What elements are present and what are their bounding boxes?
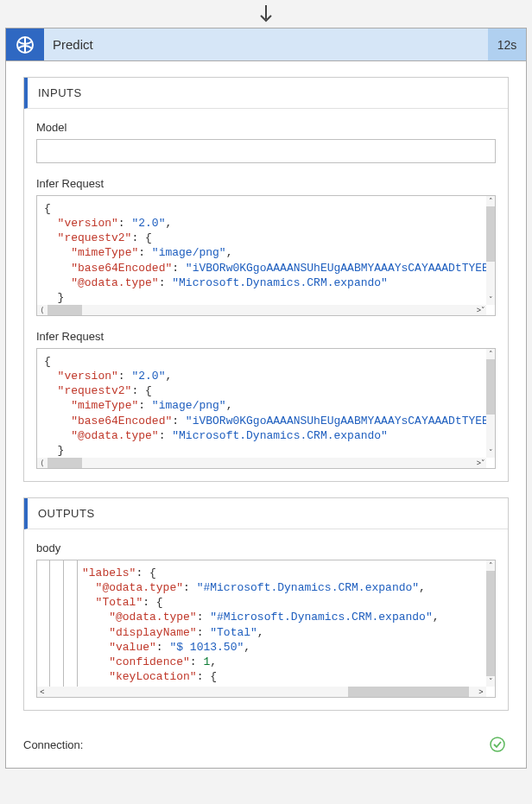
scroll-up-icon[interactable]: ˄: [486, 196, 495, 206]
scroll-left-icon[interactable]: <: [37, 687, 48, 697]
card-header[interactable]: Predict 12s: [6, 28, 526, 61]
infer-request-2-label: Infer Request: [36, 330, 496, 343]
scroll-thumb[interactable]: [48, 305, 82, 315]
scroll-thumb[interactable]: [486, 206, 495, 262]
body-label: body: [36, 541, 496, 554]
scroll-right-icon[interactable]: >: [476, 687, 486, 697]
svg-point-3: [491, 738, 504, 751]
scroll-down-icon[interactable]: ˅: [486, 676, 495, 687]
inputs-panel: INPUTS Model Infer Request { "version": …: [23, 77, 509, 482]
model-label: Model: [36, 121, 496, 134]
infer-request-2-codebox[interactable]: { "version": "2.0", "requestv2": { "mime…: [36, 348, 496, 469]
scrollbar-horizontal[interactable]: < >: [37, 687, 486, 697]
body-codebox[interactable]: "labels": { "@odata.type": "#Microsoft.D…: [36, 560, 496, 698]
flow-arrow-icon: [258, 5, 274, 24]
infer-request-2-content: { "version": "2.0", "requestv2": { "mime…: [37, 349, 495, 458]
scrollbar-horizontal[interactable]: ⟨ >˅: [37, 305, 486, 315]
scroll-up-icon[interactable]: ˄: [486, 349, 495, 359]
scroll-left-icon[interactable]: ⟨: [37, 458, 48, 468]
model-input[interactable]: [36, 139, 496, 163]
infer-request-1-codebox[interactable]: { "version": "2.0", "requestv2": { "mime…: [36, 195, 496, 316]
card-title: Predict: [44, 28, 488, 60]
scrollbar-horizontal[interactable]: ⟨ >˅: [37, 458, 486, 468]
scroll-thumb[interactable]: [48, 458, 82, 468]
scroll-right-icon[interactable]: >˅: [476, 305, 486, 315]
scroll-down-icon[interactable]: ˅: [486, 447, 495, 458]
scroll-thumb[interactable]: [486, 571, 495, 676]
card-footer: Connection:: [23, 726, 509, 759]
scrollbar-vertical[interactable]: ˄ ˅: [486, 560, 495, 687]
infer-request-1-content: { "version": "2.0", "requestv2": { "mime…: [37, 196, 495, 305]
status-ok-icon: [490, 737, 505, 752]
scroll-thumb[interactable]: [486, 359, 495, 415]
scroll-left-icon[interactable]: ⟨: [37, 305, 48, 315]
connection-label: Connection:: [23, 738, 490, 751]
duration-badge: 12s: [488, 28, 526, 60]
scroll-right-icon[interactable]: >˅: [476, 458, 486, 468]
body-content: "labels": { "@odata.type": "#Microsoft.D…: [37, 560, 495, 685]
inputs-panel-header: INPUTS: [24, 78, 508, 109]
infer-request-1-label: Infer Request: [36, 177, 496, 190]
fold-gutter[interactable]: [37, 560, 79, 687]
scroll-down-icon[interactable]: ˅: [486, 294, 495, 305]
predict-card: Predict 12s INPUTS Model Infer Request {…: [5, 28, 527, 769]
scrollbar-vertical[interactable]: ˄ ˅: [486, 349, 495, 458]
outputs-panel: OUTPUTS body "labels": { "@odata.type": …: [23, 497, 509, 711]
outputs-panel-header: OUTPUTS: [24, 498, 508, 529]
scroll-thumb[interactable]: [348, 687, 469, 697]
scrollbar-vertical[interactable]: ˄ ˅: [486, 196, 495, 305]
scroll-up-icon[interactable]: ˄: [486, 560, 495, 571]
predict-icon: [6, 28, 44, 60]
